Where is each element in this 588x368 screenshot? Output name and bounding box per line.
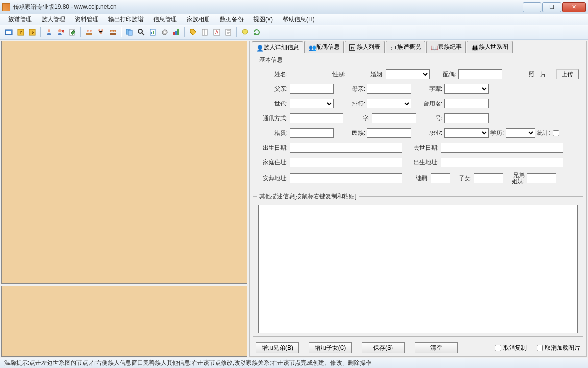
- edu-label: 学历:: [490, 129, 504, 137]
- tb-group2-icon[interactable]: [107, 27, 118, 38]
- lineage-tree-pane[interactable]: [1, 41, 247, 284]
- menu-album[interactable]: 家族相册: [182, 14, 215, 25]
- svg-rect-27: [177, 29, 179, 35]
- tb-chat-icon[interactable]: [240, 27, 250, 38]
- origin-label: 籍贯:: [257, 129, 288, 137]
- tb-group-icon[interactable]: [84, 27, 95, 38]
- menu-genealogy[interactable]: 族谱管理: [3, 14, 37, 25]
- homeaddr-input[interactable]: [290, 158, 402, 167]
- cancel-copy-wrap[interactable]: 取消复制: [495, 344, 527, 352]
- siblings-input[interactable]: [527, 173, 556, 183]
- tb-edit-person-icon[interactable]: [67, 27, 78, 38]
- cancel-loadimg-checkbox[interactable]: [537, 345, 543, 351]
- svg-point-14: [112, 30, 114, 32]
- tb-book-icon[interactable]: [199, 27, 210, 38]
- description-textarea[interactable]: [258, 205, 578, 333]
- other-info-legend: 其他描述信息[按鼠标右键复制和粘贴]: [257, 192, 359, 201]
- svg-point-13: [110, 30, 112, 32]
- rank-select[interactable]: [367, 99, 411, 108]
- tb-open-icon[interactable]: [3, 27, 14, 38]
- close-button[interactable]: ✕: [562, 2, 586, 12]
- formername-input[interactable]: [444, 99, 489, 108]
- tb-doc-icon[interactable]: [223, 27, 234, 38]
- add-child-button[interactable]: 增加子女(C): [309, 342, 352, 353]
- birth-label: 出生日期:: [257, 144, 288, 152]
- add-sibling-button[interactable]: 增加兄弟(B): [256, 342, 299, 353]
- status-bar: 温馨提示:点击左边世系图的节点,在右侧族人信息窗口完善族人其他信息;右击该节点修…: [0, 358, 588, 368]
- svg-rect-21: [151, 32, 152, 34]
- origin-input[interactable]: [290, 128, 334, 138]
- tb-chart-icon[interactable]: [171, 27, 182, 38]
- burial-label: 安葬地址:: [257, 174, 288, 183]
- minimize-button[interactable]: —: [523, 2, 541, 12]
- cancel-copy-checkbox[interactable]: [495, 345, 501, 351]
- upload-button[interactable]: 上传: [556, 69, 579, 79]
- tb-copy-icon[interactable]: [124, 27, 135, 38]
- mother-input[interactable]: [367, 84, 411, 94]
- tab-person-detail[interactable]: 👤族人详细信息: [252, 41, 303, 53]
- other-info-group: 其他描述信息[按鼠标右键复制和粘贴]: [253, 192, 583, 337]
- job-select[interactable]: [444, 128, 489, 138]
- tb-add-person-icon[interactable]: [44, 27, 54, 38]
- tab-list[interactable]: 🄰族人列表: [345, 41, 385, 53]
- zi-input[interactable]: [372, 113, 416, 123]
- edu-select[interactable]: [506, 128, 535, 138]
- tab-events[interactable]: 📖家族纪事: [426, 41, 466, 53]
- marriage-select[interactable]: [386, 69, 430, 79]
- spouse-input[interactable]: [458, 69, 502, 79]
- tab-spouse[interactable]: 👥配偶信息: [304, 41, 344, 53]
- hao-input[interactable]: [444, 113, 489, 123]
- maximize-button[interactable]: ☐: [542, 2, 561, 12]
- father-input[interactable]: [290, 84, 334, 94]
- tb-refresh-icon[interactable]: [251, 27, 262, 38]
- list-icon: 🄰: [349, 44, 355, 50]
- tb-report-icon[interactable]: [147, 27, 158, 38]
- stat-checkbox[interactable]: [553, 130, 559, 136]
- ethnic-input[interactable]: [367, 128, 411, 138]
- heir-input[interactable]: [431, 173, 450, 183]
- father-label: 父亲:: [257, 85, 288, 93]
- menu-view[interactable]: 视图(V): [248, 14, 278, 25]
- menu-data[interactable]: 资料管理: [70, 14, 103, 25]
- spouse-label: 配偶:: [432, 70, 456, 79]
- birth-input[interactable]: [290, 143, 402, 153]
- window-controls: — ☐ ✕: [522, 2, 586, 12]
- menu-help[interactable]: 帮助信息(H): [278, 14, 319, 25]
- genname-select[interactable]: [444, 84, 489, 94]
- death-input[interactable]: [441, 143, 563, 153]
- svg-point-32: [242, 29, 248, 34]
- heir-label: 继嗣:: [404, 174, 429, 183]
- burial-input[interactable]: [290, 173, 402, 183]
- tab-label: 族人列表: [357, 43, 380, 51]
- svg-point-8: [90, 30, 92, 32]
- contact-input[interactable]: [290, 113, 343, 123]
- tb-import-icon[interactable]: [27, 27, 38, 38]
- cancel-copy-label: 取消复制: [503, 344, 527, 352]
- clear-button[interactable]: 清空: [415, 342, 458, 353]
- hao-label: 号:: [418, 114, 442, 123]
- tab-label: 家族纪事: [438, 43, 462, 51]
- left-bottom-pane[interactable]: [1, 286, 247, 357]
- tab-tree[interactable]: 👪族人世系图: [467, 41, 513, 53]
- birthaddr-input[interactable]: [441, 158, 563, 167]
- menu-print[interactable]: 输出打印族谱: [103, 14, 148, 25]
- tb-export-icon[interactable]: [15, 27, 26, 38]
- tb-family-icon[interactable]: [96, 27, 106, 38]
- cancel-loadimg-label: 取消加载图片: [545, 344, 580, 352]
- tb-tag-icon[interactable]: [188, 27, 198, 38]
- toolbar: A: [0, 25, 588, 40]
- tb-settings-icon[interactable]: [159, 27, 170, 38]
- children-input[interactable]: [474, 173, 503, 183]
- cancel-loadimg-wrap[interactable]: 取消加载图片: [537, 344, 580, 352]
- tab-overview[interactable]: 🏷族谱概况: [386, 41, 425, 53]
- tb-letter-icon[interactable]: A: [211, 27, 222, 38]
- menu-info[interactable]: 信息管理: [148, 14, 182, 25]
- save-button[interactable]: 保存(S): [362, 342, 405, 353]
- left-column: [1, 41, 247, 357]
- menu-person[interactable]: 族人管理: [37, 14, 70, 25]
- tb-delete-person-icon[interactable]: [55, 27, 66, 38]
- menu-backup[interactable]: 数据备份: [215, 14, 248, 25]
- tree-icon: 👪: [471, 44, 477, 50]
- tb-search-icon[interactable]: [136, 27, 147, 38]
- generation-select[interactable]: [290, 99, 334, 108]
